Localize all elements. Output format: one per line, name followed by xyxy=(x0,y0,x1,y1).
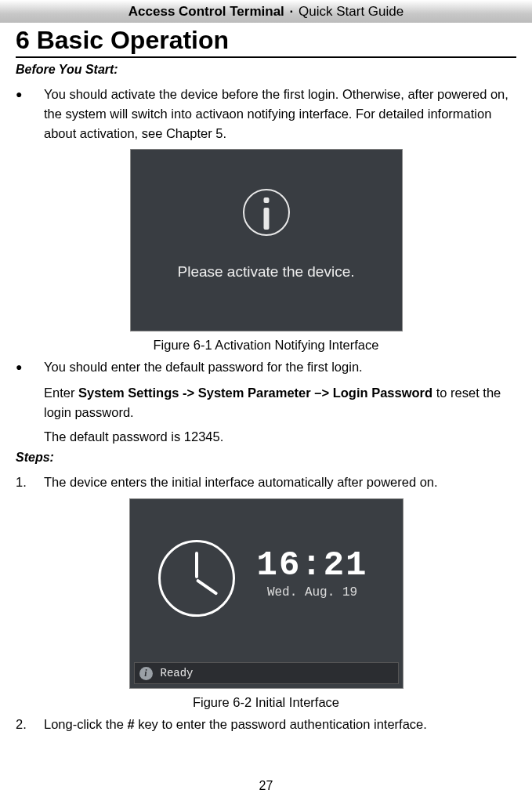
screenshot-activation-interface: Please activate the device. xyxy=(130,149,403,331)
step-2: 2. Long-click the # key to enter the pas… xyxy=(16,715,516,734)
bullet2-line1: You should enter the default password fo… xyxy=(44,360,363,374)
screenshot-initial-interface: 16:21 Wed. Aug. 19 i Ready xyxy=(129,498,404,689)
figure-initial-interface: 16:21 Wed. Aug. 19 i Ready Figure 6-2 In… xyxy=(16,498,516,710)
status-bar: i Ready xyxy=(134,662,399,684)
status-text: Ready xyxy=(161,667,194,679)
info-icon xyxy=(243,189,290,236)
page-number: 27 xyxy=(0,779,532,793)
product-name: Access Control Terminal xyxy=(128,4,284,19)
step-number: 1. xyxy=(16,473,27,492)
bullet2-line3: The default password is 12345. xyxy=(16,427,516,447)
bullet-activate-device: You should activate the device before th… xyxy=(16,85,516,143)
before-you-start-heading: Before You Start: xyxy=(16,63,516,77)
step-text: The device enters the initial interface … xyxy=(44,475,438,489)
chapter-title: 6 Basic Operation xyxy=(16,26,516,58)
activation-message: Please activate the device. xyxy=(131,263,402,281)
info-badge-icon: i xyxy=(139,667,153,680)
device-date: Wed. Aug. 19 xyxy=(257,585,368,599)
step-number: 2. xyxy=(16,715,27,734)
device-time: 16:21 xyxy=(257,548,368,582)
bullet2-line2: Enter System Settings -> System Paramete… xyxy=(16,383,516,422)
figure-caption-2: Figure 6-2 Initial Interface xyxy=(16,695,516,710)
doc-type: Quick Start Guide xyxy=(299,4,404,19)
menu-path: System Settings -> System Parameter –> L… xyxy=(78,386,432,400)
hash-key: # xyxy=(127,717,134,731)
clock-icon xyxy=(158,540,235,617)
step-1: 1. The device enters the initial interfa… xyxy=(16,473,516,492)
steps-heading: Steps: xyxy=(16,451,516,465)
figure-activation: Please activate the device. Figure 6-1 A… xyxy=(16,149,516,353)
separator-dot: · xyxy=(290,4,294,19)
page-header: Access Control Terminal · Quick Start Gu… xyxy=(0,0,532,23)
figure-caption-1: Figure 6-1 Activation Notifying Interfac… xyxy=(16,338,516,353)
bullet-default-password: You should enter the default password fo… xyxy=(16,357,516,377)
